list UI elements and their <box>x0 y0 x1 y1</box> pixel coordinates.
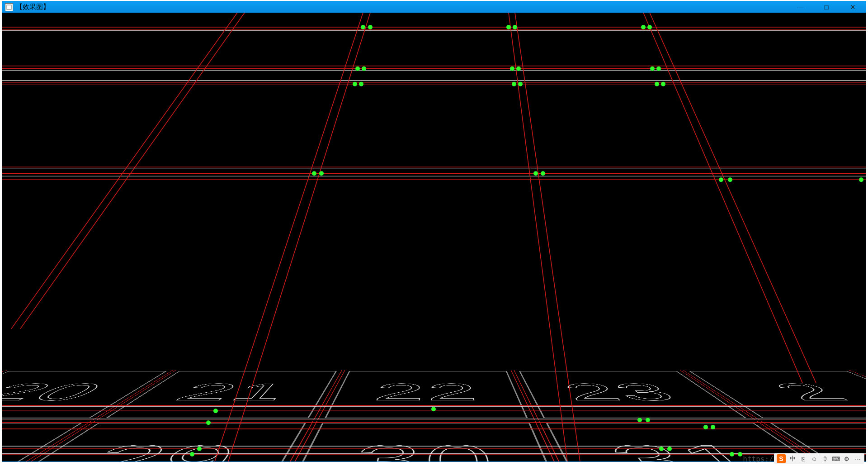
svg-point-49 <box>655 82 659 86</box>
grid-cell: 30 <box>276 423 570 461</box>
number-grid: 20212223228293031337373839 <box>2 371 866 461</box>
close-icon: ✕ <box>850 3 856 11</box>
svg-point-35 <box>506 25 511 29</box>
svg-line-31 <box>11 13 237 329</box>
svg-rect-0 <box>7 5 11 10</box>
svg-line-32 <box>20 13 245 329</box>
svg-point-52 <box>319 171 324 176</box>
svg-point-56 <box>728 177 732 182</box>
image-viewport[interactable]: 20212223228293031337373839 <box>2 13 866 461</box>
cell-number: 22 <box>326 371 526 418</box>
svg-point-45 <box>353 82 357 86</box>
svg-point-50 <box>661 82 665 86</box>
titlebar[interactable]: 【效果图】 — □ ✕ <box>2 1 866 13</box>
system-tray[interactable]: S 中 ⎘ ☺ 🎙 ⌨ ⚙ ⋯ <box>774 453 864 464</box>
svg-point-43 <box>650 67 655 71</box>
app-window: 【效果图】 — □ ✕ 20212223228293031337373839 <box>2 1 866 462</box>
tray-emoji-icon[interactable]: ☺ <box>810 455 818 463</box>
svg-point-48 <box>518 82 523 86</box>
svg-point-39 <box>355 67 360 71</box>
svg-point-37 <box>641 25 646 29</box>
app-icon <box>5 3 13 11</box>
ime-badge-icon[interactable]: S <box>777 454 786 463</box>
svg-point-44 <box>656 67 661 71</box>
grid-cell: 22 <box>325 371 528 418</box>
tray-settings-icon[interactable]: ⚙ <box>843 455 851 463</box>
svg-point-41 <box>510 67 514 71</box>
svg-point-47 <box>512 82 516 86</box>
cell-number: 30 <box>278 423 567 461</box>
svg-point-57 <box>859 177 863 182</box>
svg-point-36 <box>513 25 517 29</box>
svg-point-55 <box>719 177 723 182</box>
svg-point-54 <box>541 171 545 176</box>
svg-point-33 <box>361 25 365 29</box>
tray-tool-icon[interactable]: ⎘ <box>799 455 807 463</box>
svg-point-42 <box>516 67 521 71</box>
ime-language[interactable]: 中 <box>788 455 797 463</box>
tray-mic-icon[interactable]: 🎙 <box>821 455 829 463</box>
minimize-button[interactable]: — <box>787 1 813 13</box>
maximize-icon: □ <box>824 3 828 11</box>
window-title: 【效果图】 <box>16 3 50 11</box>
svg-point-46 <box>359 82 363 86</box>
svg-point-51 <box>312 171 316 176</box>
svg-line-29 <box>643 13 802 383</box>
svg-point-53 <box>533 171 538 176</box>
tray-keyboard-icon[interactable]: ⌨ <box>832 455 840 463</box>
tray-more-icon[interactable]: ⋯ <box>854 455 862 463</box>
maximize-button[interactable]: □ <box>813 1 840 13</box>
svg-point-34 <box>368 25 373 29</box>
close-button[interactable]: ✕ <box>840 1 866 13</box>
svg-point-40 <box>362 67 366 71</box>
perspective-scene: 20212223228293031337373839 <box>2 371 866 461</box>
minimize-icon: — <box>797 3 804 11</box>
svg-line-30 <box>650 13 816 383</box>
svg-point-38 <box>647 25 652 29</box>
